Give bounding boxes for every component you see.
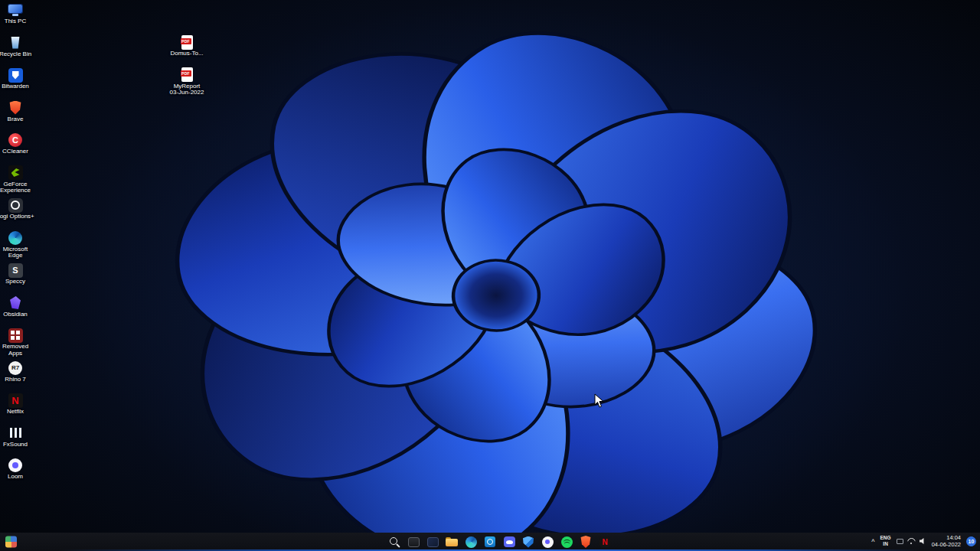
recycle-bin-icon [6, 35, 24, 51]
widgets-icon[interactable] [5, 536, 17, 548]
desktop-icon-label: Obsidian [3, 311, 28, 318]
desktop-icon-recycle-bin[interactable]: Recycle Bin [0, 33, 35, 66]
desktop-icon-label: Removed Apps [0, 344, 35, 357]
desktop-icon-label: Rhino 7 [5, 377, 26, 383]
desktop-file-label: MyReport 03-Jun-2022 [170, 83, 204, 97]
hidden-icons-chevron[interactable]: ^ [871, 539, 874, 546]
clock-time: 14:04 [946, 535, 961, 541]
desktop-icon-netflix[interactable]: Netflix [0, 390, 35, 423]
desktop-icon-label: Logi Options+ [0, 214, 34, 220]
volume-icon [920, 538, 926, 545]
desktop-icon-obsidian[interactable]: Obsidian [0, 293, 35, 326]
brave-taskbar-icon [580, 536, 591, 548]
fxsound-icon [6, 425, 24, 441]
desktop-icon-label: Bitwarden [2, 83, 29, 90]
microsoft-edge-icon [6, 230, 24, 246]
desktop-icon-label: Recycle Bin [0, 51, 31, 58]
taskbar-clock[interactable]: 14:04 04-06-2022 [932, 535, 961, 548]
edge-button[interactable] [463, 534, 479, 550]
netflix-icon [8, 393, 23, 408]
photos-button[interactable] [425, 534, 441, 550]
pdf-icon [181, 67, 193, 82]
ccleaner-icon [6, 132, 24, 148]
connected-device-icon [897, 539, 903, 544]
desktop-icon-this-pc[interactable]: This PC [0, 0, 35, 33]
desktop-icon-ccleaner[interactable]: CCleaner [0, 130, 35, 163]
desktop-file-myreport-pdf[interactable]: MyReport 03-Jun-2022 [162, 65, 211, 98]
desktop-wallpaper [0, 0, 980, 551]
bitwarden-icon [8, 68, 23, 83]
desktop-file-column: Domus-To... MyReport 03-Jun-2022 [162, 32, 211, 97]
speccy-icon [8, 263, 23, 278]
discord-icon [504, 536, 515, 547]
taskbar-center-icons [368, 533, 613, 551]
discord-button[interactable] [501, 534, 518, 550]
desktop-icon-label: This PC [5, 18, 26, 25]
desktop-icon-label: Microsoft Edge [0, 246, 35, 260]
edge-icon [466, 536, 477, 548]
desktop-icon-label: FxSound [3, 442, 28, 448]
desktop-icon-label: Brave [8, 116, 24, 123]
desktop-icon-removed-apps[interactable]: Removed Apps [0, 325, 35, 358]
task-view-icon [408, 537, 420, 547]
system-tray: ^ ENG IN 14:04 04-06-2022 10 [871, 533, 976, 549]
desktop-icon-label: Speccy [5, 279, 25, 285]
brave-button[interactable] [578, 534, 594, 550]
search-icon [388, 536, 401, 549]
outlook-icon [485, 536, 495, 547]
search-button[interactable] [387, 534, 403, 550]
photos-icon [427, 537, 439, 547]
desktop-icon-bitwarden[interactable]: Bitwarden [0, 65, 35, 98]
desktop-icon-fxsound[interactable]: FxSound [0, 423, 35, 456]
loom-button[interactable] [540, 534, 556, 550]
windows-security-button[interactable] [521, 534, 537, 550]
language-line2: IN [883, 542, 888, 547]
desktop-icon-geforce-experience[interactable]: GeForce Experience [0, 163, 35, 196]
desktop-icon-label: Netflix [7, 409, 24, 416]
geforce-experience-icon [8, 165, 23, 180]
windows-start-icon [370, 536, 381, 548]
language-indicator[interactable]: ENG IN [880, 536, 891, 546]
desktop-icon-label: GeForce Experience [0, 181, 35, 195]
file-explorer-icon [446, 537, 458, 547]
rhino-7-icon [6, 360, 24, 376]
task-view-button[interactable] [406, 534, 422, 550]
this-pc-icon [6, 2, 24, 18]
outlook-button[interactable] [482, 534, 498, 550]
removed-apps-icon [8, 328, 23, 343]
file-explorer-button[interactable] [444, 534, 460, 550]
desktop-icon-logi-options[interactable]: Logi Options+ [0, 195, 35, 228]
language-line1: ENG [880, 536, 891, 541]
pdf-icon [181, 35, 193, 50]
notification-badge[interactable]: 10 [966, 536, 976, 546]
desktop-icon-brave[interactable]: Brave [0, 98, 35, 131]
desktop-icon-label: CCleaner [2, 148, 28, 155]
desktop-file-domus-pdf[interactable]: Domus-To... [162, 32, 211, 65]
spotify-icon [561, 536, 573, 548]
desktop-file-label: Domus-To... [170, 51, 203, 57]
start-button[interactable] [368, 534, 384, 550]
netflix-button[interactable] [597, 534, 613, 550]
clock-date: 04-06-2022 [932, 542, 961, 548]
network-wifi-icon [907, 538, 916, 544]
desktop-icon-loom[interactable]: Loom [0, 455, 35, 488]
spotify-button[interactable] [559, 534, 575, 550]
file-date: 03-Jun-2022 [170, 90, 204, 96]
desktop-icon-rhino-7[interactable]: Rhino 7 [0, 358, 35, 391]
obsidian-icon [6, 295, 24, 311]
desktop-icon-label: Loom [8, 474, 23, 481]
desktop-icon-column: This PC Recycle Bin Bitwarden Brave CCle… [0, 0, 35, 488]
desktop-icon-microsoft-edge[interactable]: Microsoft Edge [0, 228, 35, 261]
windows-security-icon [523, 536, 534, 548]
loom-icon [6, 458, 24, 473]
logi-options-icon [8, 198, 23, 213]
tray-status-icons[interactable] [897, 538, 926, 545]
netflix-taskbar-icon [599, 536, 610, 547]
windows-bloom-wallpaper [0, 0, 980, 551]
brave-icon [6, 100, 24, 116]
loom-taskbar-icon [542, 536, 554, 548]
taskbar: ^ ENG IN 14:04 04-06-2022 10 [0, 533, 980, 551]
desktop-icon-speccy[interactable]: Speccy [0, 260, 35, 293]
